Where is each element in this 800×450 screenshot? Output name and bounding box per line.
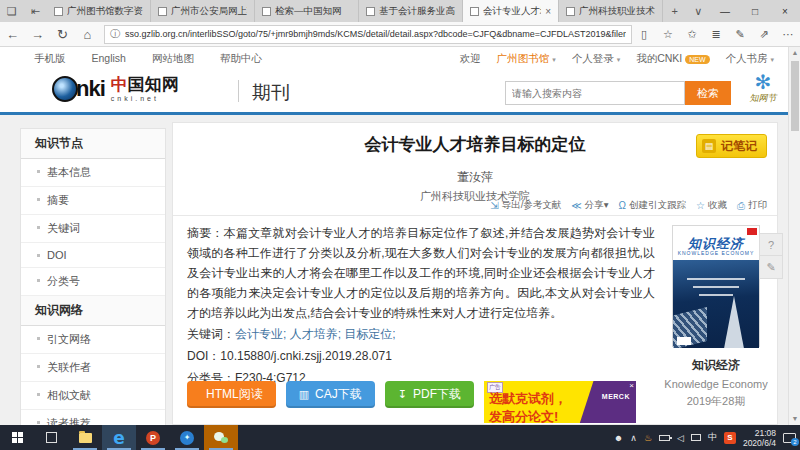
sogou-icon[interactable]: S [724,432,736,444]
share-button[interactable]: ≪分享▾ [571,199,608,212]
network-icon[interactable] [691,434,701,441]
journal-issue[interactable]: 2019年28期 [663,394,769,409]
ad-close-icon[interactable]: × [629,381,634,390]
sidebar-item-0-分类号[interactable]: 分类号 [21,268,165,296]
keywords-line: 关键词：会计专业; 人才培养; 目标定位; [187,323,655,345]
search-button[interactable]: 检索 [685,81,731,105]
volume-icon[interactable]: ◁ [677,433,684,443]
sidebar-item-1-相似文献[interactable]: 相似文献 [21,382,165,410]
favorite-icon: ☆ [696,200,705,211]
help-center-link[interactable]: 帮助中心 [220,52,262,66]
search-input[interactable] [505,81,685,105]
site-info-icon[interactable]: ⓘ [110,27,120,41]
browser-tab-2[interactable]: 检索—中国知网 [255,0,359,22]
tab-preview-icon[interactable]: ❏ [0,0,24,22]
sidebar-group-title: 知识节点 [21,129,165,159]
journal-name-en: Knowledge Economy [664,377,768,391]
article-card: 会计专业人才培养目标的定位 ▤ 记笔记 董汝萍 广州科技职业技术学院 ⇲导出/参… [172,122,778,425]
maximize-button[interactable]: □ [740,0,770,22]
journal-cover[interactable]: 知识经济 KNOWLEDGE ECONOMY [672,225,760,347]
back-icon[interactable]: ← [0,27,25,42]
export-references-icon: ⇲ [490,200,498,211]
my-cnki-link[interactable]: 我的CNKI NEW [636,52,709,66]
taskbar-clock[interactable]: 21:082020/6/4 [743,428,776,448]
close-button[interactable]: × [770,0,800,22]
tab-menu-button[interactable]: ∨ [687,0,711,22]
home-icon[interactable]: ⌂ [75,27,100,42]
feedback-comment-icon[interactable]: ? [760,234,782,256]
favorite-star-icon[interactable]: ☆ [656,28,680,41]
scroll-down-icon[interactable]: ▼ [789,413,800,425]
powerpoint-button[interactable]: P [136,425,170,450]
battery-icon[interactable] [659,435,670,441]
task-view-button[interactable] [34,425,68,450]
tab-favicon [54,7,63,16]
browser-tab-4[interactable]: 会计专业人才培:× [463,0,559,22]
citation-alert-button[interactable]: Ω创建引文跟踪 [619,199,686,212]
hub-icon[interactable]: ✩ [680,28,704,41]
article-actions: ⇲导出/参考文献≪分享▾Ω创建引文跟踪☆收藏⎙打印 [490,199,767,212]
refresh-icon[interactable]: ↻ [50,27,75,42]
sidebar-item-1-关联作者[interactable]: 关联作者 [21,354,165,382]
keywords-links[interactable]: 会计专业; 人才培养; 目标定位; [235,327,396,341]
share-icon[interactable]: ⇗ [752,28,776,41]
personal-login-menu[interactable]: 个人登录 ▾ [572,52,620,66]
pdf-download-button[interactable]: ↧PDF下载 [385,381,474,408]
browser-tab-0[interactable]: 广州图书馆数字资源 [47,0,151,22]
hidden-icons-chevron[interactable]: ∧ [630,433,637,443]
more-menu-icon[interactable]: ⋯ [776,28,800,41]
english-link[interactable]: English [92,52,126,66]
cnki-logo[interactable]: nki 中国知网 cnki.net [52,76,179,102]
sidebar-item-0-DOI[interactable]: DOI [21,243,165,268]
edge-icon: e [113,428,125,448]
url-field[interactable]: ⓘ sso.gzlib.org.cn/interlibSSO/goto/75/+… [104,25,632,44]
app-button[interactable]: ✦ [170,425,204,450]
forward-icon[interactable]: → [25,27,50,42]
hotspot-icon[interactable]: ♨ [644,433,652,443]
minimize-button[interactable]: — [710,0,740,22]
sidebar-item-0-摘要[interactable]: 摘要 [21,187,165,215]
caj-download-button[interactable]: ▥CAJ下载 [286,381,375,408]
page-scrollbar[interactable]: ▲ ▼ [788,47,800,425]
file-explorer-button[interactable] [68,425,102,450]
scroll-up-icon[interactable]: ▲ [789,47,800,59]
people-icon[interactable]: ☻ [614,433,623,443]
favorite-button[interactable]: ☆收藏 [696,199,727,212]
citation-alert-icon: Ω [619,200,626,211]
window-controls: — □ × [710,0,800,22]
start-button[interactable] [0,425,34,450]
sidebar-item-1-引文网络[interactable]: 引文网络 [21,326,165,354]
powerpoint-icon: P [146,431,160,445]
tab-favicon [158,7,167,16]
take-note-button[interactable]: ▤ 记笔记 [696,134,767,158]
set-tabs-aside-icon[interactable]: ⇤ [24,0,48,22]
library-menu[interactable]: 广州图书馆 ▾ [497,52,556,66]
reading-view-icon[interactable]: ▯ [632,28,656,41]
browser-tab-5[interactable]: 广州科技职业技术大 [559,0,663,22]
new-tab-button[interactable]: + [663,0,687,22]
web-note-pen-icon[interactable]: ✎ [728,28,752,41]
scrollbar-thumb[interactable] [791,61,799,131]
sitemap-link[interactable]: 网站地图 [152,52,194,66]
reading-list-icon[interactable]: ≣ [704,28,728,41]
export-references-button[interactable]: ⇲导出/参考文献 [490,199,561,212]
tab-close-icon[interactable]: × [545,6,551,17]
edge-button[interactable]: e [102,425,136,450]
browser-tab-3[interactable]: 基于会计服务业高质 [359,0,463,22]
print-button[interactable]: ⎙打印 [737,199,767,212]
wechat-button[interactable] [204,425,238,450]
action-center-icon[interactable]: 2 [783,433,796,443]
html-read-button[interactable]: HTML阅读 [187,381,276,408]
browser-tab-strip: ❏ ⇤ 广州图书馆数字资源广州市公安局网上车检索—中国知网基于会计服务业高质会计… [0,0,800,22]
merck-ad-banner[interactable]: 广告选默克试剂，发高分论文!MERCK× [484,381,636,423]
journal-name[interactable]: 知识经济 [663,357,769,374]
personal-study-menu[interactable]: 个人书房 ▾ [726,52,774,66]
sidebar-item-0-基本信息[interactable]: 基本信息 [21,159,165,187]
cnki-globe-icon [52,76,78,102]
ime-indicator[interactable]: 中 [708,431,717,444]
mobile-version-link[interactable]: 手机版 [34,52,66,66]
sidebar-item-0-关键词[interactable]: 关键词 [21,215,165,243]
article-author[interactable]: 董汝萍 [173,169,777,186]
feedback-pen-icon[interactable]: ✎ [760,256,782,278]
browser-tab-1[interactable]: 广州市公安局网上车 [151,0,255,22]
